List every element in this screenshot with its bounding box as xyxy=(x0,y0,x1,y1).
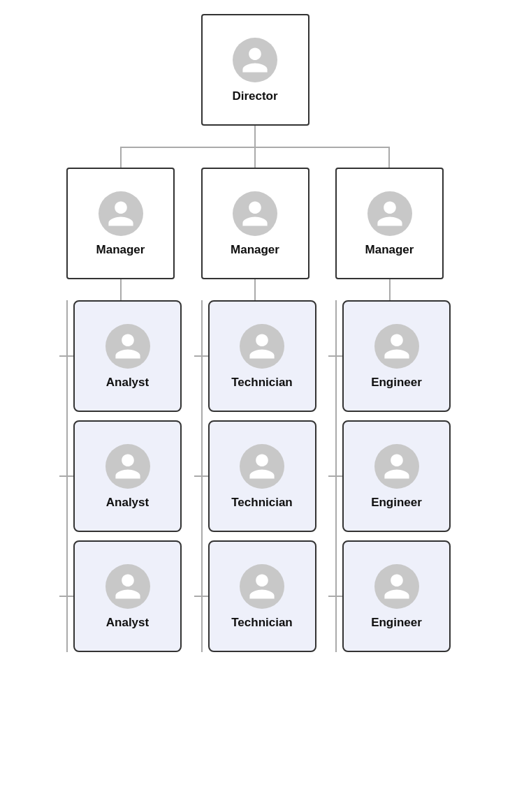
person-icon xyxy=(247,571,277,602)
v-bar-1 xyxy=(201,300,203,652)
technician-avatar-2 xyxy=(240,564,284,609)
manager-col-2: Manager Engineer xyxy=(328,168,451,652)
managers-level: Manager Analyst xyxy=(59,168,451,652)
person-icon xyxy=(381,331,412,362)
engineer-label-1: Engineer xyxy=(371,496,422,510)
analyst-node-1: Analyst xyxy=(73,420,182,532)
child-row-1-0: Technician xyxy=(194,300,316,412)
technician-label-1: Technician xyxy=(231,496,293,510)
technician-node-0: Technician xyxy=(208,300,316,412)
analyst-node-0: Analyst xyxy=(73,300,182,412)
manager-connector-1 xyxy=(254,279,256,300)
children-group-2: Engineer Engineer xyxy=(328,300,451,652)
children-group-0: Analyst Analyst xyxy=(59,300,182,652)
technician-label-2: Technician xyxy=(231,616,293,630)
engineer-avatar-2 xyxy=(374,564,419,609)
person-icon xyxy=(381,451,412,482)
analyst-label-1: Analyst xyxy=(106,496,149,510)
org-chart: Director Manager xyxy=(7,14,503,652)
engineer-avatar-0 xyxy=(374,324,419,369)
manager-node-1: Manager xyxy=(201,168,309,279)
analyst-label-0: Analyst xyxy=(106,376,149,390)
analyst-avatar-1 xyxy=(105,444,150,489)
child-row-2-2: Engineer xyxy=(328,540,451,652)
person-icon xyxy=(247,451,277,482)
person-icon xyxy=(240,45,270,75)
h-branch-right xyxy=(388,147,390,168)
director-node: Director xyxy=(201,14,309,126)
manager-col-0: Manager Analyst xyxy=(59,168,182,652)
manager-connector-0 xyxy=(120,279,122,300)
child-row-1-2: Technician xyxy=(194,540,316,652)
h-branch-center xyxy=(254,147,256,168)
child-row-2-0: Engineer xyxy=(328,300,451,412)
director-connector-down xyxy=(254,126,256,147)
person-icon xyxy=(112,451,143,482)
manager-col-1: Manager Technician xyxy=(194,168,316,652)
child-row-1-1: Technician xyxy=(194,420,316,532)
technician-label-0: Technician xyxy=(231,376,293,390)
child-row-0-1: Analyst xyxy=(59,420,182,532)
technician-avatar-1 xyxy=(240,444,284,489)
technician-node-2: Technician xyxy=(208,540,316,652)
analyst-node-2: Analyst xyxy=(73,540,182,652)
director-avatar xyxy=(233,38,277,82)
person-icon xyxy=(381,571,412,602)
director-level: Director xyxy=(201,14,309,126)
manager-avatar-1 xyxy=(233,191,277,236)
analyst-label-2: Analyst xyxy=(106,616,149,630)
h-branch-left xyxy=(120,147,122,168)
children-group-1: Technician Technician xyxy=(194,300,316,652)
manager-label-0: Manager xyxy=(96,243,145,257)
manager-connector-2 xyxy=(389,279,391,300)
person-icon xyxy=(240,198,270,229)
director-label: Director xyxy=(232,89,277,103)
child-row-0-0: Analyst xyxy=(59,300,182,412)
manager-avatar-0 xyxy=(99,191,143,236)
engineer-label-2: Engineer xyxy=(371,616,422,630)
engineer-node-1: Engineer xyxy=(342,420,451,532)
person-icon xyxy=(247,331,277,362)
technician-node-1: Technician xyxy=(208,420,316,532)
v-bar-2 xyxy=(335,300,337,652)
engineer-node-0: Engineer xyxy=(342,300,451,412)
manager-node-2: Manager xyxy=(335,168,444,279)
manager-label-1: Manager xyxy=(231,243,279,257)
manager-node-0: Manager xyxy=(66,168,175,279)
engineer-label-0: Engineer xyxy=(371,376,422,390)
analyst-avatar-2 xyxy=(105,564,150,609)
v-bar-0 xyxy=(66,300,68,652)
technician-avatar-0 xyxy=(240,324,284,369)
analyst-avatar-0 xyxy=(105,324,150,369)
manager-label-2: Manager xyxy=(365,243,414,257)
h-connector-bar xyxy=(66,147,444,168)
person-icon xyxy=(112,571,143,602)
engineer-avatar-1 xyxy=(374,444,419,489)
person-icon xyxy=(374,198,405,229)
manager-avatar-2 xyxy=(367,191,412,236)
person-icon xyxy=(105,198,136,229)
person-icon xyxy=(112,331,143,362)
child-row-0-2: Analyst xyxy=(59,540,182,652)
child-row-2-1: Engineer xyxy=(328,420,451,532)
engineer-node-2: Engineer xyxy=(342,540,451,652)
